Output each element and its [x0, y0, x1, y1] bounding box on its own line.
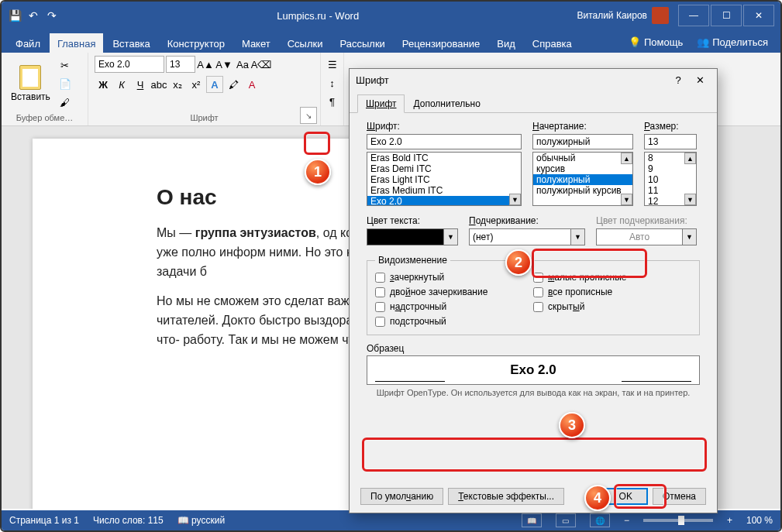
chevron-down-icon[interactable]: ▼: [444, 228, 458, 245]
copy-icon[interactable]: 📄: [57, 75, 74, 92]
style-listbox[interactable]: обычный курсив полужирный полужирный кур…: [532, 152, 633, 206]
view-web-icon[interactable]: 🌐: [590, 513, 610, 527]
chevron-down-icon[interactable]: ▼: [571, 228, 585, 245]
cancel-button[interactable]: Отмена: [653, 488, 706, 505]
list-item[interactable]: Eras Demi ITC: [367, 163, 521, 174]
font-dialog-launcher[interactable]: ↘: [300, 107, 317, 124]
zoom-out-icon[interactable]: −: [624, 515, 629, 526]
ck-allcaps[interactable]: все прописные: [533, 287, 691, 297]
ck-super[interactable]: надстрочный: [375, 301, 533, 312]
minimize-button[interactable]: —: [678, 5, 709, 26]
list-item[interactable]: Eras Light ITC: [367, 174, 521, 185]
bullets-icon[interactable]: ☰: [324, 56, 341, 73]
status-words[interactable]: Число слов: 115: [93, 515, 164, 526]
font-size-combo[interactable]: [166, 56, 195, 73]
close-button[interactable]: ✕: [743, 5, 774, 26]
tab-mailings[interactable]: Рассылки: [332, 33, 392, 53]
share-button[interactable]: 👥 Поделиться: [691, 32, 774, 53]
font-input[interactable]: [367, 134, 522, 149]
user-area[interactable]: Виталий Каиров: [577, 7, 669, 24]
lbl-color: Цвет текста:: [367, 215, 458, 226]
text-effects-button[interactable]: Текстовые эффекты...: [448, 488, 564, 505]
dialog-tab-font[interactable]: Шрифт: [357, 94, 405, 113]
list-item[interactable]: 10: [645, 174, 696, 185]
cut-icon[interactable]: ✂: [57, 57, 74, 74]
maximize-button[interactable]: ☐: [711, 5, 742, 26]
grow-font-icon[interactable]: A▲: [197, 56, 214, 73]
status-page[interactable]: Страница 1 из 1: [9, 515, 79, 526]
list-item[interactable]: полужирный курсив: [533, 185, 632, 196]
underline-button[interactable]: Ч: [132, 76, 149, 93]
scroll-down-icon[interactable]: ▼: [684, 194, 696, 205]
style-input[interactable]: [532, 134, 633, 149]
font-color-combo[interactable]: ▼: [367, 228, 458, 245]
tab-design[interactable]: Конструктор: [160, 33, 233, 53]
ck-hidden[interactable]: скрытый: [533, 301, 691, 312]
avatar[interactable]: [652, 7, 669, 24]
dialog-title: Шрифт: [356, 74, 389, 86]
tab-help[interactable]: Справка: [525, 33, 580, 53]
list-item[interactable]: Eras Medium ITC: [367, 185, 521, 196]
underline-combo[interactable]: (нет)▼: [469, 228, 585, 245]
paste-label: Вставить: [11, 91, 50, 102]
text-effects-button[interactable]: A: [206, 76, 223, 93]
scroll-up-icon[interactable]: ▲: [684, 153, 696, 164]
list-item[interactable]: Eras Bold ITC: [367, 153, 521, 163]
view-read-icon[interactable]: 📖: [522, 513, 542, 527]
status-lang[interactable]: 📖 русский: [177, 515, 225, 526]
size-listbox[interactable]: 8 9 10 11 12 ▲ ▼: [644, 152, 697, 206]
ck-dstrike[interactable]: двойное зачеркивание: [375, 287, 533, 297]
scroll-down-icon[interactable]: ▼: [509, 194, 521, 205]
lbl-underline-color: Цвет подчеркивания:: [596, 215, 697, 226]
zoom-label[interactable]: 100 %: [746, 515, 773, 526]
ck-strike[interactable]: зачеркнутый: [375, 272, 533, 283]
scroll-down-icon[interactable]: ▼: [621, 194, 632, 205]
size-input[interactable]: [644, 134, 697, 149]
list-item[interactable]: Exo 2.0: [367, 196, 521, 206]
scroll-up-icon[interactable]: ▲: [621, 153, 632, 164]
bold-button[interactable]: Ж: [95, 76, 112, 93]
dialog-close-icon[interactable]: ✕: [689, 71, 711, 88]
tell-me[interactable]: 💡 Помощь: [622, 32, 689, 53]
subscript-button[interactable]: x₂: [169, 76, 186, 93]
font-name-combo[interactable]: [95, 56, 164, 73]
shrink-font-icon[interactable]: A▼: [215, 56, 233, 73]
clear-format-icon[interactable]: A⌫: [253, 56, 270, 73]
ck-sub[interactable]: подстрочный: [375, 316, 533, 327]
change-case-icon[interactable]: Aa: [234, 56, 251, 73]
tab-home[interactable]: Главная: [50, 33, 103, 53]
zoom-in-icon[interactable]: +: [727, 515, 732, 526]
tab-layout[interactable]: Макет: [234, 33, 278, 53]
tab-file[interactable]: Файл: [8, 33, 48, 53]
effects-group: Видоизменение зачеркнутый двойное зачерк…: [367, 255, 700, 335]
font-listbox[interactable]: Eras Bold ITC Eras Demi ITC Eras Light I…: [367, 152, 522, 206]
dialog-tab-advanced[interactable]: Дополнительно: [405, 94, 488, 113]
sample-hint: Шрифт OpenType. Он используется для выво…: [367, 388, 700, 397]
sort-icon[interactable]: ↕: [324, 74, 341, 91]
superscript-button[interactable]: x²: [188, 76, 205, 93]
ck-smallcaps[interactable]: малые прописные: [533, 272, 691, 283]
italic-button[interactable]: К: [113, 76, 130, 93]
undo-icon[interactable]: ↶: [26, 9, 40, 22]
tab-insert[interactable]: Вставка: [105, 33, 157, 53]
default-button[interactable]: По умолчанию: [360, 488, 443, 505]
dialog-help-icon[interactable]: ?: [667, 71, 689, 88]
lbl-style: Начертание:: [532, 121, 633, 132]
save-icon[interactable]: 💾: [8, 9, 22, 22]
tab-view[interactable]: Вид: [489, 33, 523, 53]
tab-review[interactable]: Рецензирование: [394, 33, 487, 53]
tab-references[interactable]: Ссылки: [280, 33, 331, 53]
paste-button[interactable]: Вставить: [8, 63, 53, 104]
strike-button[interactable]: abc: [150, 76, 167, 93]
format-painter-icon[interactable]: 🖌: [57, 94, 74, 111]
highlight-button[interactable]: 🖍: [225, 76, 242, 93]
zoom-slider[interactable]: [643, 519, 713, 522]
list-item[interactable]: курсив: [533, 163, 632, 174]
redo-icon[interactable]: ↷: [45, 9, 59, 22]
list-item[interactable]: 9: [645, 163, 696, 174]
list-item[interactable]: полужирный: [533, 174, 632, 185]
font-color-button[interactable]: A: [243, 76, 260, 93]
paragraph-marks-icon[interactable]: ¶: [324, 93, 341, 110]
view-print-icon[interactable]: ▭: [556, 513, 576, 527]
list-item[interactable]: обычный: [533, 153, 632, 163]
